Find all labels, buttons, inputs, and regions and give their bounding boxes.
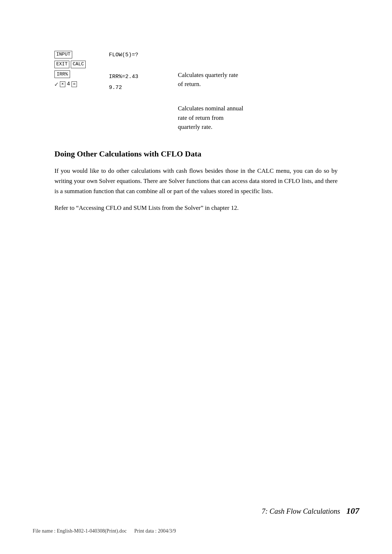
desc-block-4: Calculates nominal annualrate of return …	[178, 104, 243, 132]
calc-row-1: INPUT	[54, 51, 98, 58]
footer-filename: File name : English-M02-1-040308(Print).…	[33, 528, 176, 534]
page-number: 107	[346, 506, 359, 516]
page-number-line: 7: Cash Flow Calculations 107	[262, 507, 359, 515]
main-content: Doing Other Calculations with CFLO Data …	[33, 149, 359, 213]
equals-key[interactable]: =	[72, 81, 77, 87]
chapter-label: 7: Cash Flow Calculations	[262, 507, 340, 515]
checkmark-symbol: ✓	[54, 80, 58, 88]
multiply-key[interactable]: ×	[60, 81, 65, 87]
footer: File name : English-M02-1-040308(Print).…	[33, 528, 359, 534]
description-column: Calculates quarterly rateof return. Calc…	[178, 51, 243, 135]
key-column: INPUT EXIT CALC IRR% ✓ × 4 =	[54, 51, 98, 135]
display-row-3: IRR%=2.43	[109, 73, 167, 81]
irr-key[interactable]: IRR%	[54, 70, 70, 78]
input-key[interactable]: INPUT	[54, 51, 72, 58]
footer-filename-text: File name : English-M02-1-040308(Print).…	[33, 528, 127, 534]
exit-key[interactable]: EXIT	[54, 61, 69, 68]
display-row-2	[109, 62, 167, 70]
desc-block-1	[178, 58, 243, 68]
number-4: 4	[67, 81, 70, 87]
desc-block-3	[178, 92, 243, 101]
display-row-1: FLOW(5)=?	[109, 51, 167, 60]
calc-row-2: EXIT CALC	[54, 61, 98, 68]
display-row-4: 9.72	[109, 83, 167, 92]
body-paragraph-1: If you would like to do other calculatio…	[54, 166, 338, 196]
calc-key[interactable]: CALC	[71, 61, 86, 68]
section-heading: Doing Other Calculations with CFLO Data	[54, 149, 338, 159]
display-column: FLOW(5)=? IRR%=2.43 9.72	[109, 51, 167, 135]
page-number-area: 7: Cash Flow Calculations 107	[33, 506, 359, 516]
footer-print-date-text: Print data : 2004/3/9	[134, 528, 176, 534]
calc-row-3: IRR%	[54, 70, 98, 78]
body-paragraph-2: Refer to “Accessing CFLO and SUM Lists f…	[54, 203, 338, 213]
example-area: INPUT EXIT CALC IRR% ✓ × 4 = FLOW(5)=?	[54, 51, 359, 135]
desc-block-2: Calculates quarterly rateof return.	[178, 70, 243, 89]
page-container: INPUT EXIT CALC IRR% ✓ × 4 = FLOW(5)=?	[0, 0, 392, 554]
calc-row-4: ✓ × 4 =	[54, 80, 98, 88]
